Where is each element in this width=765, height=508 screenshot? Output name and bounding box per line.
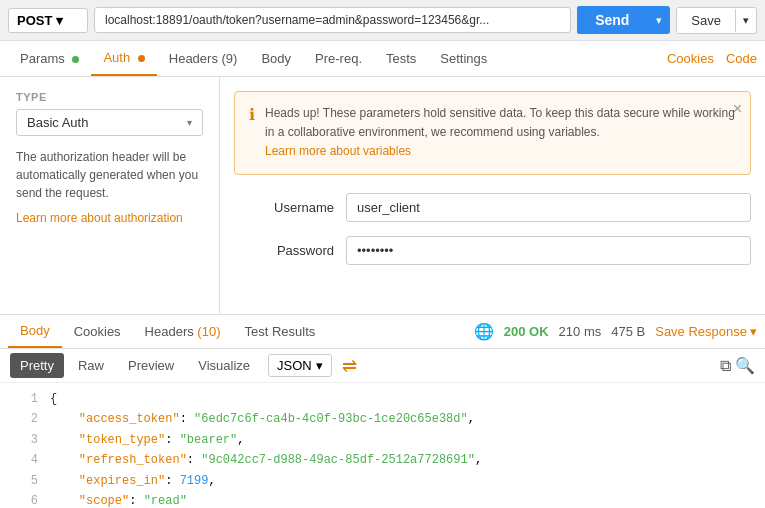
notice-close-button[interactable]: × xyxy=(733,100,742,118)
notice-text: Heads up! These parameters hold sensitiv… xyxy=(265,104,736,162)
view-tab-raw[interactable]: Raw xyxy=(68,353,114,378)
format-chevron-icon: ▾ xyxy=(316,358,323,373)
format-select[interactable]: JSON ▾ xyxy=(268,354,332,377)
username-label: Username xyxy=(234,200,334,215)
response-tab-test-results[interactable]: Test Results xyxy=(232,316,327,347)
bottom-section: Body Cookies Headers (10) Test Results 🌐… xyxy=(0,315,765,508)
save-response-button[interactable]: Save Response ▾ xyxy=(655,324,757,339)
tab-params[interactable]: Params xyxy=(8,42,91,75)
type-select[interactable]: Basic Auth ▾ xyxy=(16,109,203,136)
code-line-3: 3 "token_type": "bearer", xyxy=(10,430,755,450)
globe-icon: 🌐 xyxy=(474,322,494,341)
method-label: POST xyxy=(17,13,52,28)
code-line-6: 6 "scope": "read" xyxy=(10,491,755,508)
search-icon[interactable]: 🔍 xyxy=(735,356,755,375)
bottom-status: 🌐 200 OK 210 ms 475 B Save Response ▾ xyxy=(474,322,757,341)
tab-settings[interactable]: Settings xyxy=(428,42,499,75)
password-label: Password xyxy=(234,243,334,258)
username-row: Username xyxy=(234,193,751,222)
tab-body[interactable]: Body xyxy=(249,42,303,75)
tab-tests[interactable]: Tests xyxy=(374,42,428,75)
main-content: TYPE Basic Auth ▾ The authorization head… xyxy=(0,77,765,315)
code-link[interactable]: Code xyxy=(726,51,757,66)
save-button[interactable]: Save xyxy=(677,8,735,33)
notice-icon: ℹ xyxy=(249,105,255,124)
method-chevron-icon: ▾ xyxy=(56,13,63,28)
code-area: 1 { 2 "access_token": "6edc7c6f-ca4b-4c0… xyxy=(0,383,765,508)
type-label: TYPE xyxy=(16,91,203,103)
auth-right-panel: ℹ Heads up! These parameters hold sensit… xyxy=(220,77,765,314)
params-dot xyxy=(72,56,79,63)
tab-auth[interactable]: Auth xyxy=(91,41,156,76)
code-line-4: 4 "refresh_token": "9c042cc7-d988-49ac-8… xyxy=(10,450,755,470)
nav-tabs: Params Auth Headers (9) Body Pre-req. Te… xyxy=(0,41,765,77)
send-button[interactable]: Send xyxy=(577,6,647,34)
wrap-icon[interactable]: ⇌ xyxy=(342,355,357,377)
learn-more-variables-link[interactable]: Learn more about variables xyxy=(265,144,411,158)
format-value: JSON xyxy=(277,358,312,373)
save-dropdown-button[interactable]: ▾ xyxy=(735,9,756,32)
copy-icon[interactable]: ⧉ xyxy=(720,357,731,375)
view-tab-preview[interactable]: Preview xyxy=(118,353,184,378)
auth-dot xyxy=(138,55,145,62)
send-btn-group: Send ▾ xyxy=(577,6,670,34)
response-tab-cookies[interactable]: Cookies xyxy=(62,316,133,347)
top-bar: POST ▾ localhost:18891/oauth/token?usern… xyxy=(0,0,765,41)
password-row: Password xyxy=(234,236,751,265)
response-tab-body[interactable]: Body xyxy=(8,315,62,348)
tab-prereq[interactable]: Pre-req. xyxy=(303,42,374,75)
code-line-1: 1 { xyxy=(10,389,755,409)
password-input[interactable] xyxy=(346,236,751,265)
status-size: 475 B xyxy=(611,324,645,339)
username-input[interactable] xyxy=(346,193,751,222)
bottom-tabs: Body Cookies Headers (10) Test Results 🌐… xyxy=(0,315,765,349)
code-line-2: 2 "access_token": "6edc7c6f-ca4b-4c0f-93… xyxy=(10,409,755,429)
method-select[interactable]: POST ▾ xyxy=(8,8,88,33)
auth-left-panel: TYPE Basic Auth ▾ The authorization head… xyxy=(0,77,220,314)
view-tab-visualize[interactable]: Visualize xyxy=(188,353,260,378)
nav-right-links: Cookies Code xyxy=(667,51,757,66)
response-tab-headers[interactable]: Headers (10) xyxy=(133,316,233,347)
send-dropdown-button[interactable]: ▾ xyxy=(648,8,670,33)
save-btn-group: Save ▾ xyxy=(676,7,757,34)
status-time: 210 ms xyxy=(559,324,602,339)
type-value: Basic Auth xyxy=(27,115,88,130)
code-line-5: 5 "expires_in": 7199, xyxy=(10,471,755,491)
save-response-label: Save Response xyxy=(655,324,747,339)
notice-box: ℹ Heads up! These parameters hold sensit… xyxy=(234,91,751,175)
cookies-link[interactable]: Cookies xyxy=(667,51,714,66)
view-tab-pretty[interactable]: Pretty xyxy=(10,353,64,378)
url-input[interactable]: localhost:18891/oauth/token?username=adm… xyxy=(94,7,571,33)
tab-headers[interactable]: Headers (9) xyxy=(157,42,250,75)
response-toolbar: Pretty Raw Preview Visualize JSON ▾ ⇌ ⧉ … xyxy=(0,349,765,383)
type-chevron-icon: ▾ xyxy=(187,117,192,128)
auth-info-text: The authorization header will be automat… xyxy=(16,148,203,202)
learn-more-auth-link[interactable]: Learn more about authorization xyxy=(16,211,183,225)
status-code: 200 OK xyxy=(504,324,549,339)
